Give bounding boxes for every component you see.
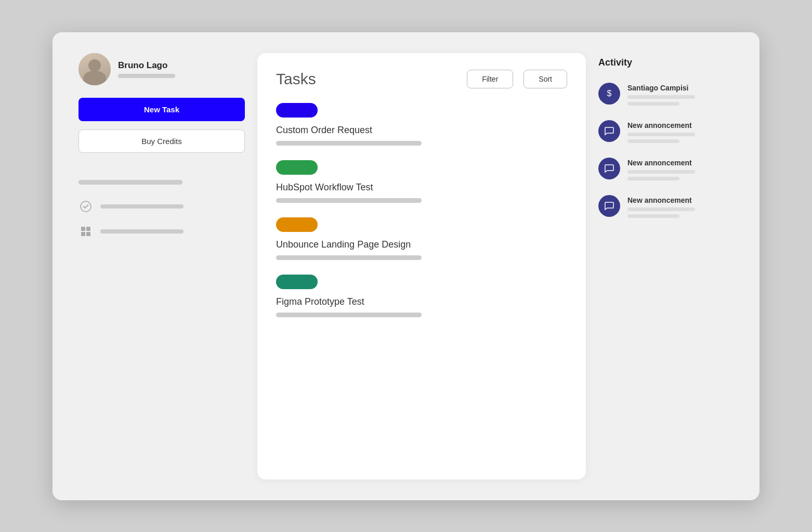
svg-rect-4 [86, 232, 90, 236]
activity-item-2[interactable]: New annoncement [598, 120, 734, 143]
tasks-header: Tasks Filter Sort [276, 70, 567, 88]
task-progress-4 [276, 313, 422, 317]
activity-sub-3b [627, 177, 679, 180]
task-name-4: Figma Prototype Test [276, 296, 567, 307]
activity-sub-1b [627, 102, 679, 106]
activity-name-1: Santiago Campisi [627, 84, 695, 92]
filter-button[interactable]: Filter [467, 70, 513, 88]
new-task-button[interactable]: New Task [78, 98, 245, 121]
svg-rect-3 [81, 232, 85, 236]
activity-item-1[interactable]: $ Santiago Campisi [598, 83, 734, 106]
message-icon-1 [598, 120, 620, 142]
activity-title: Activity [598, 57, 734, 68]
avatar [78, 53, 111, 85]
tasks-panel: Tasks Filter Sort Custom Order Request H… [257, 53, 586, 479]
task-progress-2 [276, 198, 422, 203]
nav-label-2 [100, 229, 184, 233]
activity-content-1: Santiago Campisi [627, 83, 695, 106]
user-name: Bruno Lago [118, 60, 175, 71]
sidebar-spacer [78, 161, 245, 170]
task-item-3[interactable]: Unbounce Landing Page Design [276, 217, 567, 260]
grid-icon [78, 224, 93, 239]
activity-item-3[interactable]: New annoncement [598, 158, 734, 180]
activity-sub-4 [627, 207, 695, 211]
sidebar-nav [78, 199, 245, 239]
activity-sub-4b [627, 214, 679, 218]
checkmark-icon [78, 199, 93, 214]
svg-rect-2 [86, 227, 90, 231]
activity-name-2: New annoncement [627, 121, 695, 129]
user-info: Bruno Lago [118, 60, 175, 78]
task-progress-3 [276, 255, 422, 260]
svg-rect-1 [81, 227, 85, 231]
task-item-1[interactable]: Custom Order Request [276, 103, 567, 146]
activity-sub-1 [627, 95, 695, 99]
task-badge-3 [276, 217, 318, 232]
user-profile: Bruno Lago [78, 53, 245, 85]
task-item-2[interactable]: HubSpot Workflow Test [276, 160, 567, 203]
nav-label-1 [100, 204, 184, 209]
activity-sub-2b [627, 139, 679, 143]
sort-button[interactable]: Sort [523, 70, 567, 88]
nav-item-2[interactable] [78, 224, 245, 239]
task-badge-1 [276, 103, 318, 118]
buy-credits-button[interactable]: Buy Credits [78, 129, 245, 153]
task-name-1: Custom Order Request [276, 125, 567, 136]
task-item-4[interactable]: Figma Prototype Test [276, 275, 567, 317]
task-name-2: HubSpot Workflow Test [276, 182, 567, 193]
app-frame: Bruno Lago New Task Buy Credits [53, 32, 759, 500]
task-badge-2 [276, 160, 318, 175]
task-progress-1 [276, 141, 422, 146]
activity-sub-3 [627, 170, 695, 174]
task-name-3: Unbounce Landing Page Design [276, 239, 567, 250]
svg-point-0 [81, 201, 91, 212]
dollar-icon: $ [598, 83, 620, 105]
activity-name-3: New annoncement [627, 159, 695, 167]
activity-content-4: New annoncement [627, 195, 695, 218]
message-icon-2 [598, 158, 620, 179]
task-badge-4 [276, 275, 318, 289]
nav-item-1[interactable] [78, 199, 245, 214]
activity-sub-2 [627, 133, 695, 136]
activity-item-4[interactable]: New annoncement [598, 195, 734, 218]
sidebar-placeholder-1 [78, 180, 182, 185]
tasks-title: Tasks [276, 70, 456, 88]
sidebar: Bruno Lago New Task Buy Credits [78, 53, 245, 479]
activity-name-4: New annoncement [627, 196, 695, 204]
message-icon-3 [598, 195, 620, 217]
user-subtitle-placeholder [118, 74, 175, 78]
activity-panel: Activity $ Santiago Campisi New annoncem… [598, 53, 734, 479]
activity-content-3: New annoncement [627, 158, 695, 180]
activity-content-2: New annoncement [627, 120, 695, 143]
